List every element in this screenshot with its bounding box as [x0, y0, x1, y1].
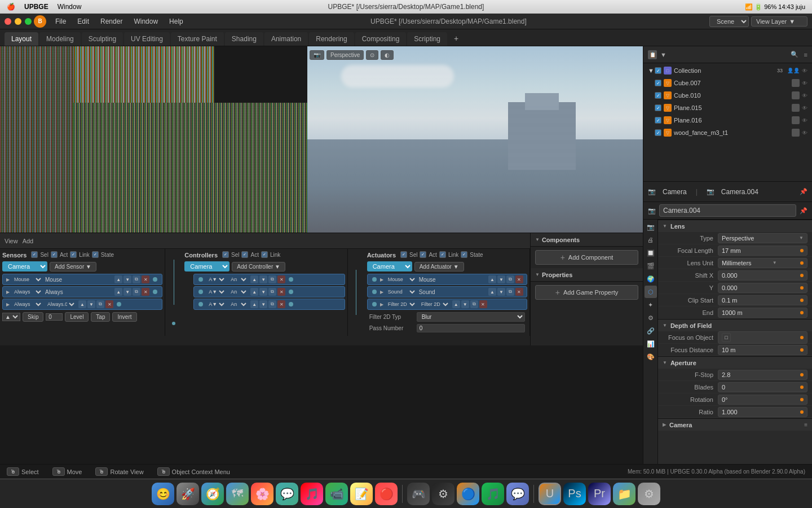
actuators-camera-select[interactable]: Camera: [367, 261, 412, 271]
ratio-value[interactable]: 1.000: [718, 407, 807, 417]
tab-shading[interactable]: Shading: [225, 32, 263, 46]
props-render-icon[interactable]: 📷: [645, 221, 657, 233]
sensors-link-check[interactable]: ✓: [70, 251, 77, 258]
ctrl-sel-check[interactable]: ✓: [222, 251, 229, 258]
actuators-add-btn[interactable]: Add Actuator ▼: [414, 262, 464, 271]
viewport-camera-btn[interactable]: 📷: [310, 50, 324, 60]
ctrl-down-0[interactable]: ▼: [259, 275, 267, 283]
act-down-2[interactable]: ▼: [461, 300, 469, 308]
props-pin-icon[interactable]: 📌: [800, 188, 807, 195]
viewport-overlay-btn[interactable]: ⊙: [366, 50, 378, 60]
act-state-check[interactable]: ✓: [461, 251, 467, 258]
outliner-plane016-row[interactable]: ✓ ▽ Plane.016 👁: [643, 114, 812, 126]
props-scene-icon[interactable]: 🎬: [645, 260, 657, 272]
dock-upbge[interactable]: U: [539, 483, 561, 505]
act-down-0[interactable]: ▼: [497, 275, 505, 283]
ctrl-up-1[interactable]: ▲: [250, 288, 258, 296]
sensor-copy-1[interactable]: ⧉: [133, 288, 140, 296]
plane015-visibility[interactable]: 👁: [802, 105, 807, 111]
sensor-up-1[interactable]: ▲: [114, 288, 122, 296]
sensor-del-2[interactable]: ✕: [105, 300, 113, 308]
props-data-icon[interactable]: 📊: [645, 338, 657, 350]
focus-object-picker[interactable]: □: [722, 333, 731, 342]
tab-sculpting[interactable]: Sculpting: [82, 32, 123, 46]
tab-animation[interactable]: Animation: [264, 32, 308, 46]
dock-epic[interactable]: ⚙: [432, 483, 454, 505]
dock-notes[interactable]: 📝: [350, 483, 373, 505]
act-act-check[interactable]: ✓: [420, 251, 426, 258]
outliner-cube010-row[interactable]: ✓ ▽ Cube.010 👁: [643, 89, 812, 102]
ctrl-del-2[interactable]: ✕: [277, 300, 285, 308]
cube007-check[interactable]: ✓: [655, 80, 661, 86]
dock-finder[interactable]: 😊: [152, 483, 174, 505]
act-brick-0[interactable]: ▶ Mouse Mouse ▲ ▼ ⧉ ✕: [367, 274, 527, 285]
dock-settings[interactable]: ⚙: [638, 483, 660, 505]
props-particles-icon[interactable]: ✦: [645, 299, 657, 311]
act-sel-check[interactable]: ✓: [400, 251, 407, 258]
close-button[interactable]: [5, 18, 11, 25]
file-menu[interactable]: File: [51, 16, 70, 27]
cube007-visibility[interactable]: 👁: [802, 80, 807, 86]
clip-start-value[interactable]: 0.1 m: [718, 295, 807, 305]
act-copy-2[interactable]: ⧉: [470, 300, 478, 308]
sensor-copy-0[interactable]: ⧉: [133, 275, 140, 283]
plane016-check[interactable]: ✓: [655, 117, 661, 124]
sensor-down-0[interactable]: ▼: [123, 275, 131, 283]
ctrl-name-1[interactable]: An: [228, 288, 248, 295]
ctrl-link-check[interactable]: ✓: [261, 251, 268, 258]
controllers-add-btn[interactable]: Add Controller ▼: [232, 262, 285, 271]
act-up-1[interactable]: ▲: [488, 288, 496, 296]
logic-view-btn[interactable]: View: [5, 238, 18, 244]
lens-unit-value[interactable]: Millimeters ▼: [718, 258, 807, 268]
aperture-section-header[interactable]: ▼ Aperture: [658, 356, 812, 369]
sensor-type-1[interactable]: Always: [12, 288, 43, 295]
cube010-visibility[interactable]: 👁: [802, 93, 807, 99]
fstop-value[interactable]: 2.8: [718, 370, 807, 380]
type-value[interactable]: Perspective ▼: [718, 233, 807, 243]
focus-object-value[interactable]: □: [718, 331, 807, 344]
viewport-left[interactable]: [0, 46, 307, 233]
outliner-filter-icon[interactable]: ≡: [804, 51, 807, 58]
add-workspace-button[interactable]: +: [448, 31, 464, 46]
sensor-copy-2[interactable]: ⧉: [96, 300, 104, 308]
window-menu[interactable]: Window: [58, 3, 82, 11]
act-brick-1[interactable]: ▶ Sound Sound ▲ ▼ ⧉ ✕: [367, 286, 527, 297]
dock-safari[interactable]: 🧭: [201, 483, 224, 505]
ctrl-name-0[interactable]: An: [228, 276, 248, 283]
lens-section-header[interactable]: ▼ Lens: [658, 220, 812, 232]
act-copy-0[interactable]: ⧉: [506, 275, 514, 283]
ctrl-copy-2[interactable]: ⧉: [268, 300, 276, 308]
ctrl-copy-0[interactable]: ⧉: [268, 275, 276, 283]
tab-rendering[interactable]: Rendering: [309, 32, 354, 46]
clip-end-value[interactable]: 1000 m: [718, 308, 807, 318]
tap-btn[interactable]: Tap: [91, 312, 110, 322]
render-menu[interactable]: Render: [96, 16, 127, 27]
object-name-input[interactable]: [659, 204, 796, 217]
tab-layout[interactable]: Layout: [5, 32, 38, 46]
collection-visibility-icon[interactable]: 👁: [802, 68, 807, 74]
cube010-check[interactable]: ✓: [655, 92, 661, 99]
controllers-camera-select[interactable]: Camera: [184, 261, 230, 271]
tab-scripting[interactable]: Scripting: [407, 32, 447, 46]
act-del-0[interactable]: ✕: [515, 275, 523, 283]
viewport-shading-btn[interactable]: ◐: [381, 50, 394, 60]
window-menu-blender[interactable]: Window: [129, 16, 162, 27]
sensor-down-2[interactable]: ▼: [87, 300, 95, 308]
tab-texture-paint[interactable]: Texture Paint: [171, 32, 224, 46]
act-up-2[interactable]: ▲: [452, 300, 460, 308]
tab-compositing[interactable]: Compositing: [355, 32, 407, 46]
outliner-search-icon[interactable]: 🔍: [791, 51, 798, 58]
sensor-del-0[interactable]: ✕: [142, 275, 149, 283]
dock-finder2[interactable]: 📁: [613, 483, 636, 505]
sensors-sel-check[interactable]: ✓: [31, 251, 38, 258]
dock-premiere[interactable]: Pr: [588, 483, 611, 505]
ctrl-type-B[interactable]: A▼: [206, 288, 226, 295]
skip-value[interactable]: [46, 313, 63, 321]
act-link-check[interactable]: ✓: [439, 251, 446, 258]
collection-vis-check[interactable]: ✓: [655, 67, 661, 74]
sensors-act-check[interactable]: ✓: [51, 251, 58, 258]
sensors-add-btn[interactable]: Add Sensor ▼: [50, 262, 96, 271]
skip-btn[interactable]: Skip: [23, 312, 43, 322]
outliner-collection-row[interactable]: ▼ ✓ □ Collection 33 👤👤 👁: [643, 64, 812, 77]
act-brick-2[interactable]: ▶ Filter 2D Filter 2D ▲ ▼ ⧉ ✕: [367, 299, 527, 310]
